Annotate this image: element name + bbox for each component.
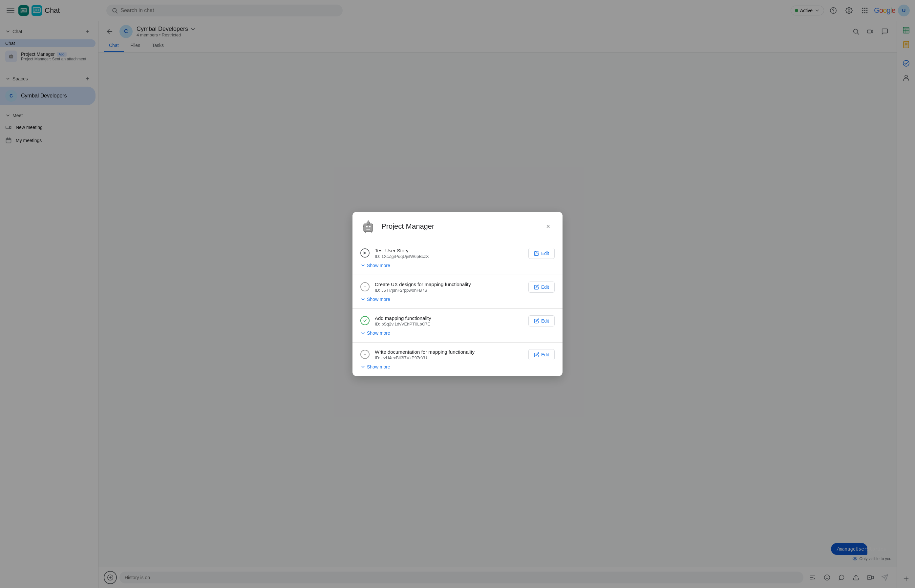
project-manager-modal: Project Manager × Test User Story ID: 1X… (352, 212, 563, 376)
modal-item-1: Create UX designs for mapping functional… (352, 275, 563, 309)
edit-button-2[interactable]: Edit (529, 315, 554, 326)
robot-icon (361, 218, 376, 234)
modal-item-3-text: Write documentation for mapping function… (375, 349, 523, 360)
chevron-down-icon (361, 364, 365, 370)
svg-point-71 (368, 221, 369, 221)
modal-item-0-left: Test User Story ID: 1XcZgrPqqUjnlW6pBczX (361, 248, 523, 259)
show-more-0[interactable]: Show more (361, 263, 554, 268)
modal-item-0: Test User Story ID: 1XcZgrPqqUjnlW6pBczX… (352, 241, 563, 275)
modal-item-0-text: Test User Story ID: 1XcZgrPqqUjnlW6pBczX (375, 248, 523, 259)
modal-item-3-title: Write documentation for mapping function… (375, 349, 523, 355)
chevron-down-icon (361, 330, 365, 336)
svg-marker-76 (364, 251, 366, 255)
modal-item-1-left: Create UX designs for mapping functional… (361, 281, 523, 293)
modal-title: Project Manager (382, 222, 536, 231)
svg-rect-66 (366, 226, 368, 228)
modal-item-2-header: Add mapping functionality ID: bSq2vi1dvV… (361, 315, 554, 326)
modal-item-1-title: Create UX designs for mapping functional… (375, 281, 523, 287)
svg-rect-65 (364, 224, 373, 232)
show-more-2[interactable]: Show more (361, 330, 554, 336)
edit-icon (534, 251, 539, 256)
task-status-icon-0 (361, 249, 370, 258)
modal-item-0-header: Test User Story ID: 1XcZgrPqqUjnlW6pBczX… (361, 248, 554, 259)
modal-close-button[interactable]: × (542, 220, 554, 233)
modal-item-3: Write documentation for mapping function… (352, 342, 563, 376)
play-icon (363, 251, 367, 255)
show-more-1[interactable]: Show more (361, 297, 554, 302)
modal-overlay: Project Manager × Test User Story ID: 1X… (0, 0, 915, 588)
chevron-down-icon (361, 263, 365, 268)
svg-rect-69 (367, 222, 370, 225)
minus-icon (363, 285, 367, 288)
task-status-icon-2 (361, 316, 370, 325)
modal-item-3-header: Write documentation for mapping function… (361, 349, 554, 360)
svg-rect-68 (366, 229, 370, 230)
modal-header: Project Manager × (352, 212, 563, 241)
edit-button-1[interactable]: Edit (529, 281, 554, 293)
modal-item-3-id: ID: ezU4exBiI3i7VzP97cYU (375, 355, 523, 360)
svg-rect-67 (369, 226, 370, 228)
modal-item-1-header: Create UX designs for mapping functional… (361, 281, 554, 293)
modal-item-1-id: ID: J5TI7jsnF2rppw0hFB7S (375, 288, 523, 293)
modal-item-1-text: Create UX designs for mapping functional… (375, 281, 523, 293)
modal-item-2-id: ID: bSq2vi1dvVEhPT0LbC7E (375, 321, 523, 326)
edit-icon (534, 352, 539, 357)
show-more-3[interactable]: Show more (361, 364, 554, 370)
minus-icon (363, 353, 367, 356)
modal-item-0-title: Test User Story (375, 248, 523, 253)
edit-button-0[interactable]: Edit (529, 248, 554, 259)
task-status-icon-3 (361, 350, 370, 359)
edit-button-3[interactable]: Edit (529, 349, 554, 360)
edit-icon (534, 284, 539, 290)
check-icon (363, 318, 367, 323)
modal-item-2-left: Add mapping functionality ID: bSq2vi1dvV… (361, 315, 523, 326)
modal-item-2-text: Add mapping functionality ID: bSq2vi1dvV… (375, 315, 523, 326)
edit-icon (534, 318, 539, 323)
modal-item-3-left: Write documentation for mapping function… (361, 349, 523, 360)
modal-item-2: Add mapping functionality ID: bSq2vi1dvV… (352, 309, 563, 342)
chevron-down-icon (361, 297, 365, 302)
task-status-icon-1 (361, 282, 370, 291)
modal-item-0-id: ID: 1XcZgrPqqUjnlW6pBczX (375, 254, 523, 259)
modal-item-2-title: Add mapping functionality (375, 315, 523, 321)
